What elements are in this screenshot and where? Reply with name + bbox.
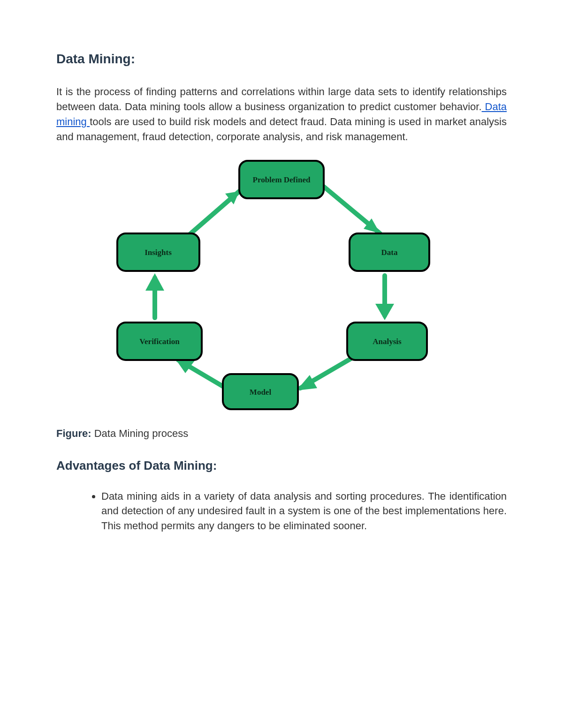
advantages-heading: Advantages of Data Mining: [56, 458, 507, 473]
list-item: Data mining aids in a variety of data an… [101, 489, 507, 534]
intro-text-2: tools are used to build risk models and … [56, 116, 507, 143]
figure-caption: Figure: Data Mining process [56, 428, 507, 440]
arrowhead-icon [375, 304, 394, 320]
document-page: Data Mining: It is the process of findin… [0, 0, 563, 571]
diagram-svg: Problem Defined Data Analysis Model Veri… [84, 154, 441, 416]
node-data: Data [350, 233, 429, 271]
svg-text:Model: Model [250, 387, 272, 396]
node-analysis: Analysis [347, 323, 427, 360]
svg-text:Data: Data [381, 248, 398, 256]
main-heading: Data Mining: [56, 52, 507, 67]
node-verification: Verification [117, 323, 202, 360]
node-insights: Insights [117, 233, 199, 271]
figure-text: Data Mining process [91, 428, 189, 439]
svg-text:Insights: Insights [145, 248, 172, 256]
node-model: Model [223, 374, 298, 409]
figure-label: Figure: [56, 428, 91, 439]
arrowhead-icon [297, 375, 317, 390]
svg-text:Verification: Verification [139, 337, 180, 345]
intro-paragraph: It is the process of finding patterns an… [56, 84, 507, 144]
node-problem-defined: Problem Defined [239, 161, 324, 198]
intro-text-1: It is the process of finding patterns an… [56, 86, 507, 113]
advantages-list: Data mining aids in a variety of data an… [84, 489, 507, 534]
process-diagram: Problem Defined Data Analysis Model Veri… [84, 154, 441, 418]
arrowhead-icon [145, 273, 164, 291]
svg-text:Analysis: Analysis [373, 337, 402, 345]
svg-text:Problem Defined: Problem Defined [253, 175, 311, 184]
